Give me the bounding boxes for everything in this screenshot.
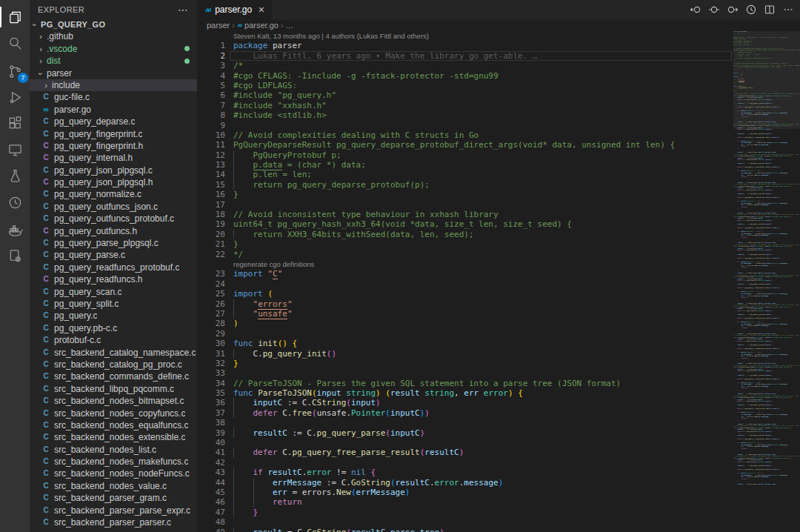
line-number[interactable]: 27 bbox=[197, 309, 225, 319]
file-item[interactable]: Cpg_query_internal.h bbox=[30, 152, 197, 164]
file-item[interactable]: Cprotobuf-c.c bbox=[30, 334, 197, 346]
more-actions-icon[interactable]: ⋯ bbox=[782, 4, 794, 16]
code-line[interactable]: 18// Avoid inconsistent type behaviour i… bbox=[197, 210, 733, 219]
code-line[interactable]: 17 bbox=[197, 200, 733, 210]
explorer-icon[interactable] bbox=[0, 4, 30, 30]
code-line[interactable]: 39 resultC := C.pg_query_parse(inputC) bbox=[197, 428, 733, 438]
code-line[interactable]: 44 errMessage := C.GoString(resultC.erro… bbox=[197, 478, 733, 488]
line-number[interactable]: 6 bbox=[197, 90, 225, 100]
code-line[interactable]: 48 bbox=[197, 517, 733, 527]
gitlens-annotations-icon[interactable] bbox=[745, 4, 757, 16]
code-line[interactable]: 43 if resultC.error != nil { bbox=[197, 468, 733, 477]
tab-parser-go[interactable]: ∞ parser.go ✕ bbox=[197, 0, 272, 19]
file-item[interactable]: Csrc_backend_nodes_extensible.c bbox=[30, 431, 197, 443]
file-item[interactable]: Csrc_backend_nodes_list.c bbox=[30, 444, 197, 456]
line-number[interactable]: 41 bbox=[197, 448, 225, 457]
code-line[interactable]: 16} bbox=[197, 190, 733, 199]
code-line[interactable]: 4#cgo CFLAGS: -Iinclude -g -fstack-prote… bbox=[197, 71, 733, 81]
folder-item[interactable]: ›.github bbox=[30, 30, 197, 42]
line-number[interactable]: 4 bbox=[197, 71, 225, 81]
line-number[interactable]: 49 bbox=[197, 528, 225, 532]
file-item[interactable]: Cpg_query_outfuncs.h bbox=[30, 225, 197, 237]
line-number[interactable]: 44 bbox=[197, 478, 225, 488]
line-number[interactable]: 16 bbox=[197, 190, 225, 199]
code-line[interactable]: 21} bbox=[197, 239, 733, 249]
code-line[interactable]: 14 p.len = len; bbox=[197, 170, 733, 179]
code-line[interactable]: 20 return XXH3_64bits_withSeed(data, len… bbox=[197, 230, 733, 239]
code-area[interactable]: Steven Kalt, 13 months ago | 4 authors (… bbox=[197, 31, 733, 532]
line-number[interactable]: 34 bbox=[197, 379, 225, 388]
code-line[interactable]: 19uint64_t pg_query_hash_xxh3_64(void *d… bbox=[197, 219, 733, 229]
file-item[interactable]: Cpg_query_outfuncs_protobuf.c bbox=[30, 213, 197, 225]
code-line[interactable]: 31 C.pg_query_init() bbox=[197, 349, 733, 359]
file-item[interactable]: Cpg_query.c bbox=[30, 310, 197, 322]
file-item[interactable]: Cpg_query_deparse.c bbox=[30, 116, 197, 127]
file-item[interactable]: Csrc_backend_parser_parser.c bbox=[30, 516, 197, 528]
line-number[interactable]: 12 bbox=[197, 150, 225, 160]
file-item[interactable]: Cpg_query_json_plpgsql.h bbox=[30, 176, 197, 188]
testing-icon[interactable] bbox=[0, 163, 30, 188]
line-number[interactable]: 31 bbox=[197, 349, 225, 359]
code-line[interactable]: 1package parser bbox=[197, 41, 733, 50]
run-debug-icon[interactable] bbox=[0, 84, 30, 110]
tree-root[interactable]: › PG_QUERY_GO bbox=[30, 19, 197, 30]
line-number[interactable]: 3 bbox=[197, 61, 225, 70]
sidebar-more-actions-icon[interactable]: ⋯ bbox=[178, 6, 197, 13]
file-item[interactable]: Csrc_backend_libpq_pqcomm.c bbox=[30, 383, 197, 395]
line-number[interactable]: 28 bbox=[197, 319, 225, 328]
open-changes-icon[interactable] bbox=[708, 4, 720, 16]
file-item[interactable]: Cpg_query_split.c bbox=[30, 298, 197, 310]
file-item[interactable]: Cpg_query.pb-c.c bbox=[30, 322, 197, 334]
code-line[interactable]: 35func ParseToJSON(input string) (result… bbox=[197, 388, 733, 398]
line-number[interactable]: 23 bbox=[197, 269, 225, 279]
breadcrumb-symbol[interactable]: … bbox=[285, 21, 293, 30]
line-number[interactable]: 43 bbox=[197, 468, 225, 477]
line-number[interactable]: 14 bbox=[197, 170, 225, 179]
code-line[interactable]: 45 err = errors.New(errMessage) bbox=[197, 488, 733, 497]
line-number[interactable]: 42 bbox=[197, 458, 225, 468]
file-item[interactable]: Csrc_backend_nodes_value.c bbox=[30, 480, 197, 492]
code-line[interactable]: 49 result = C.GoString(resultC.parse_tre… bbox=[197, 528, 733, 532]
line-number[interactable]: 20 bbox=[197, 230, 225, 239]
code-line[interactable]: 37 defer C.free(unsafe.Pointer(inputC)) bbox=[197, 408, 733, 418]
code-line[interactable]: 47 } bbox=[197, 508, 733, 517]
line-number[interactable]: 21 bbox=[197, 239, 225, 249]
breadcrumb-file[interactable]: parser.go bbox=[244, 21, 279, 30]
code-line[interactable]: 2 Lukas Fittl, 6 years ago • Make the li… bbox=[197, 51, 733, 61]
line-number[interactable]: 17 bbox=[197, 200, 225, 210]
line-number[interactable]: 48 bbox=[197, 517, 225, 527]
folder-item[interactable]: ›parser bbox=[30, 67, 197, 79]
split-editor-icon[interactable] bbox=[764, 4, 776, 16]
line-number[interactable]: 36 bbox=[197, 398, 225, 408]
line-number[interactable]: 13 bbox=[197, 160, 225, 170]
code-line[interactable]: 32} bbox=[197, 359, 733, 368]
code-line[interactable]: 25import ( bbox=[197, 289, 733, 299]
line-number[interactable]: 11 bbox=[197, 140, 225, 150]
file-item[interactable]: Cpg_query_outfuncs_json.c bbox=[30, 201, 197, 213]
folder-item[interactable]: ›dist bbox=[30, 55, 197, 67]
line-number[interactable]: 19 bbox=[197, 219, 225, 229]
minimap-slider[interactable] bbox=[733, 31, 800, 129]
code-line[interactable]: 6#include "pg_query.h" bbox=[197, 90, 733, 100]
file-item[interactable]: Cpg_query_parse_plpgsql.c bbox=[30, 237, 197, 249]
code-line[interactable]: 3/* bbox=[197, 61, 733, 70]
file-item[interactable]: Cpg_query_readfuncs.h bbox=[30, 273, 197, 285]
line-number[interactable]: 22 bbox=[197, 250, 225, 259]
line-number[interactable]: 18 bbox=[197, 210, 225, 219]
file-item[interactable]: Cpg_query_scan.c bbox=[30, 286, 197, 298]
code-line[interactable]: 34// ParseToJSON - Parses the given SQL … bbox=[197, 379, 733, 388]
line-number[interactable]: 39 bbox=[197, 428, 225, 438]
line-number[interactable]: 26 bbox=[197, 299, 225, 309]
code-line[interactable]: 33 bbox=[197, 368, 733, 378]
code-line[interactable]: 8#include <stdlib.h> bbox=[197, 110, 733, 120]
line-number[interactable]: 25 bbox=[197, 289, 225, 299]
line-number[interactable]: 32 bbox=[197, 359, 225, 368]
file-item[interactable]: Cpg_query_readfuncs_protobuf.c bbox=[30, 262, 197, 273]
source-control-icon[interactable]: 7 bbox=[0, 59, 30, 84]
next-change-icon[interactable] bbox=[727, 4, 739, 16]
code-line[interactable]: 29 bbox=[197, 329, 733, 339]
code-line[interactable]: 9 bbox=[197, 121, 733, 130]
line-number[interactable]: 47 bbox=[197, 508, 225, 517]
previous-change-icon[interactable] bbox=[690, 4, 701, 16]
line-number[interactable]: 15 bbox=[197, 180, 225, 190]
